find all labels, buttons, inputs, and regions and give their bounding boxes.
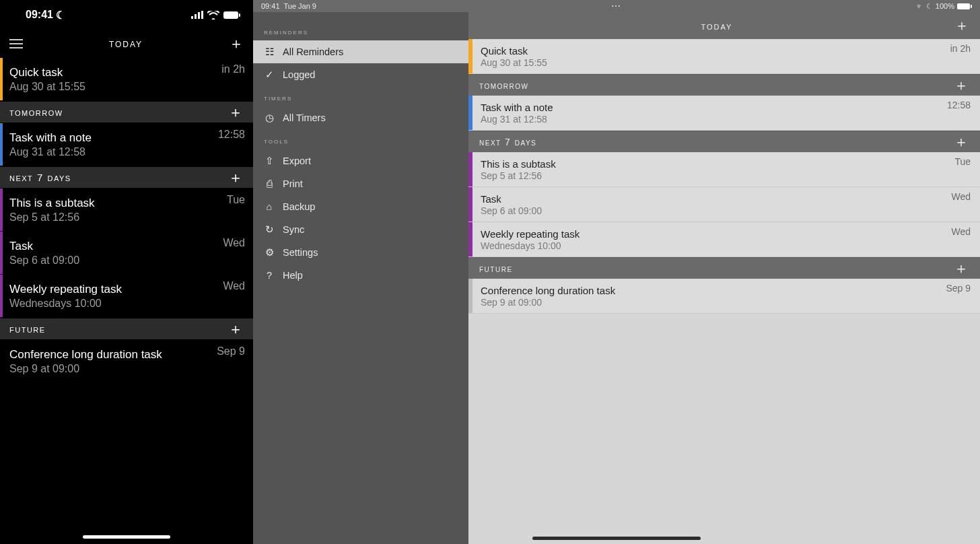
task-subtitle: Sep 9 at 09:00	[9, 363, 209, 375]
sidebar-item-label: Export	[283, 156, 311, 166]
sidebar-item-label: Backup	[283, 201, 315, 212]
svg-rect-4	[223, 11, 238, 19]
sidebar-item-logged[interactable]: ✓Logged	[253, 63, 468, 86]
sidebar-item-backup[interactable]: ⌂Backup	[253, 195, 468, 218]
section-header-label: future	[479, 263, 513, 274]
menu-icon[interactable]	[9, 39, 23, 48]
sidebar-item-settings[interactable]: ⚙Settings	[253, 241, 468, 264]
task-title: This is a subtask	[9, 197, 219, 210]
sidebar-item-label: Logged	[283, 69, 315, 80]
section-header: next 7 days＋	[0, 166, 253, 189]
phone-navbar: today ＋	[0, 30, 253, 58]
task-title: Task	[481, 193, 943, 205]
multitask-dots-icon[interactable]: ⋯	[611, 1, 622, 11]
phone-statusbar: 09:41 ☾	[0, 0, 253, 30]
sidebar-item-all-timers[interactable]: ◷All Timers	[253, 106, 468, 129]
cellular-icon	[191, 11, 203, 19]
ipad-statusbar: 09:41 Tue Jan 9 ⋯ ᯤ ☾ 100%	[253, 0, 980, 12]
ipad-main: today ＋ Quick taskAug 30 at 15:55in 2hto…	[468, 12, 980, 544]
section-header-label: next 7 days	[479, 137, 536, 147]
task-content: TaskSep 6 at 09:00	[3, 232, 223, 274]
task-title: This is a subtask	[481, 158, 946, 170]
svg-rect-1	[195, 14, 197, 19]
task-row[interactable]: Quick taskAug 30 at 15:55in 2h	[468, 39, 980, 74]
section-header-label: future	[9, 323, 46, 335]
task-content: Conference long duration taskSep 9 at 09…	[473, 279, 946, 313]
svg-rect-5	[239, 13, 240, 17]
task-row[interactable]: Conference long duration taskSep 9 at 09…	[0, 340, 253, 383]
svg-rect-7	[971, 5, 972, 8]
task-time: Tue	[227, 189, 253, 231]
task-row[interactable]: Weekly repeating taskWednesdays 10:00Wed	[468, 222, 980, 257]
task-row[interactable]: Quick taskAug 30 at 15:55in 2h	[0, 58, 253, 101]
home-indicator[interactable]	[532, 537, 701, 540]
task-row[interactable]: This is a subtaskSep 5 at 12:56Tue	[468, 152, 980, 187]
ipad-status-left: 09:41 Tue Jan 9	[261, 2, 316, 10]
sidebar-item-export[interactable]: ⇧Export	[253, 149, 468, 172]
sync-icon: ↻	[264, 224, 275, 235]
section-add-button[interactable]: ＋	[228, 322, 244, 337]
task-subtitle: Aug 30 at 15:55	[9, 81, 213, 93]
task-subtitle: Aug 31 at 12:58	[481, 114, 939, 125]
backup-icon: ⌂	[264, 201, 275, 212]
task-time: Wed	[951, 187, 980, 222]
task-time: in 2h	[950, 39, 980, 73]
phone-nav-title: today	[109, 37, 143, 50]
task-subtitle: Sep 5 at 12:56	[481, 170, 946, 181]
task-row[interactable]: TaskSep 6 at 09:00Wed	[468, 187, 980, 222]
add-task-button[interactable]: ＋	[229, 36, 244, 51]
battery-icon	[957, 3, 972, 10]
ipad-status-date: Tue Jan 9	[283, 2, 316, 10]
task-row[interactable]: Conference long duration taskSep 9 at 09…	[468, 279, 980, 314]
task-title: Weekly repeating task	[481, 228, 943, 240]
task-row[interactable]: This is a subtaskSep 5 at 12:56Tue	[0, 189, 253, 232]
task-time: Wed	[951, 222, 980, 257]
section-header: next 7 days＋	[468, 131, 980, 152]
task-subtitle: Sep 6 at 09:00	[9, 254, 215, 267]
section-add-button[interactable]: ＋	[954, 78, 970, 93]
task-row[interactable]: Task with a noteAug 31 at 12:5812:58	[0, 123, 253, 166]
svg-rect-2	[198, 12, 200, 19]
task-time: 12:58	[218, 123, 253, 166]
task-time: Sep 9	[946, 279, 980, 313]
task-time: in 2h	[221, 58, 253, 100]
task-content: Quick taskAug 30 at 15:55	[3, 58, 221, 100]
task-title: Quick task	[481, 45, 942, 57]
task-content: TaskSep 6 at 09:00	[473, 187, 951, 222]
task-title: Task with a note	[9, 131, 210, 145]
phone-panel: 09:41 ☾ today ＋ Quick taskAug 30 at 15:5…	[0, 0, 253, 544]
task-time: Wed	[223, 275, 253, 317]
task-row[interactable]: TaskSep 6 at 09:00Wed	[0, 232, 253, 275]
ipad-status-right: ᯤ ☾ 100%	[916, 2, 972, 11]
ipad-main-header: today ＋	[468, 12, 980, 39]
phone-task-list[interactable]: Quick taskAug 30 at 15:55in 2htomorrow＋T…	[0, 58, 253, 383]
section-add-button[interactable]: ＋	[228, 105, 244, 120]
battery-icon	[223, 11, 241, 20]
ipad-battery-text: 100%	[936, 2, 954, 10]
task-content: Conference long duration taskSep 9 at 09…	[3, 340, 217, 382]
sidebar-item-all-reminders[interactable]: ☷All Reminders	[253, 40, 468, 63]
sidebar-item-sync[interactable]: ↻Sync	[253, 218, 468, 241]
ipad-task-list[interactable]: Quick taskAug 30 at 15:55in 2htomorrow＋T…	[468, 39, 980, 314]
add-task-button[interactable]: ＋	[954, 18, 969, 33]
sidebar-item-print[interactable]: ⎙Print	[253, 172, 468, 195]
home-indicator[interactable]	[83, 535, 170, 539]
sidebar-item-help[interactable]: ?Help	[253, 264, 468, 287]
section-header: tomorrow＋	[468, 74, 980, 96]
task-row[interactable]: Task with a noteAug 31 at 12:5812:58	[468, 96, 980, 131]
sidebar-item-label: Settings	[283, 247, 318, 258]
task-title: Conference long duration task	[9, 348, 209, 362]
task-row[interactable]: Weekly repeating taskWednesdays 10:00Wed	[0, 275, 253, 318]
section-add-button[interactable]: ＋	[954, 135, 970, 149]
help-icon: ?	[264, 270, 275, 281]
wifi-icon: ᯤ	[916, 2, 923, 10]
task-content: Weekly repeating taskWednesdays 10:00	[3, 275, 223, 317]
sidebar-item-label: Sync	[283, 224, 304, 235]
section-add-button[interactable]: ＋	[228, 170, 244, 185]
gear-icon: ⚙	[264, 247, 275, 258]
section-header-label: tomorrow	[479, 80, 528, 91]
section-add-button[interactable]: ＋	[954, 261, 970, 276]
clock-icon: ◷	[264, 112, 275, 123]
section-header: tomorrow＋	[0, 101, 253, 123]
section-header: future＋	[468, 257, 980, 279]
